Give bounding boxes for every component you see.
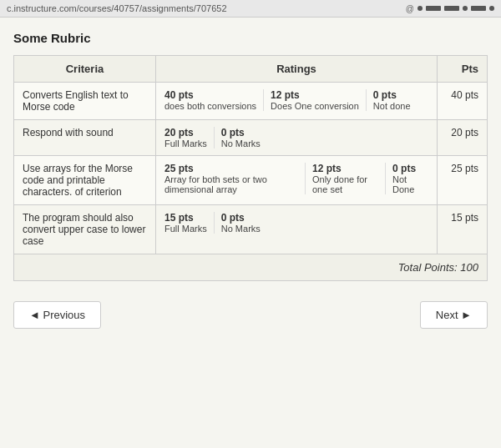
- page-content: Some Rubric Criteria Ratings Pts Convert…: [0, 18, 501, 426]
- criteria-cell: Use arrays for the Morse code and printa…: [14, 156, 156, 205]
- rating-block: 0 ptsNot done: [373, 89, 418, 111]
- rating-desc: Full Marks: [164, 138, 207, 148]
- address-bar: c.instructure.com/courses/40757/assignme…: [0, 0, 501, 18]
- rating-pts: 40 pts: [164, 89, 256, 101]
- rating-pts: 0 pts: [221, 212, 261, 224]
- ratings-cell: 20 ptsFull Marks0 ptsNo Marks: [156, 120, 438, 156]
- previous-button[interactable]: ◄ Previous: [13, 301, 101, 329]
- col-header-criteria: Criteria: [14, 56, 156, 83]
- pts-cell: 20 pts: [438, 120, 488, 156]
- rating-desc: Not Done: [392, 174, 422, 194]
- total-points: Total Points: 100: [14, 254, 488, 281]
- table-row: The program should also convert upper ca…: [14, 205, 488, 254]
- criteria-cell: The program should also convert upper ca…: [14, 205, 156, 254]
- rating-pts: 12 pts: [271, 89, 359, 101]
- col-header-ratings: Ratings: [156, 56, 438, 83]
- rating-desc: No Marks: [221, 224, 261, 234]
- rating-block: 0 ptsNo Marks: [221, 212, 267, 234]
- at-symbol: @: [406, 4, 414, 13]
- dot-icon: [418, 6, 423, 11]
- rating-block: 0 ptsNot Done: [392, 163, 428, 194]
- dot-icon-3: [489, 6, 494, 11]
- rect-icon-1: [426, 6, 441, 11]
- next-button[interactable]: Next ►: [420, 301, 488, 329]
- table-row: Converts English text to Morse code40 pt…: [14, 83, 488, 120]
- rating-pts: 15 pts: [164, 212, 207, 224]
- ratings-cell: 15 ptsFull Marks0 ptsNo Marks: [156, 205, 438, 254]
- table-row: Respond with sound20 ptsFull Marks0 ptsN…: [14, 120, 488, 156]
- rect-icon-2: [444, 6, 459, 11]
- rating-desc: Array for both sets or two dimensional a…: [164, 174, 298, 194]
- pts-cell: 25 pts: [438, 156, 488, 205]
- rect-icon-3: [471, 6, 486, 11]
- rating-block: 15 ptsFull Marks: [164, 212, 215, 234]
- rubric-table: Criteria Ratings Pts Converts English te…: [13, 55, 488, 281]
- rating-desc: Only done for one set: [312, 174, 378, 194]
- rating-block: 12 ptsOnly done for one set: [312, 163, 386, 194]
- criteria-cell: Respond with sound: [14, 120, 156, 156]
- col-header-pts: Pts: [438, 56, 488, 83]
- rating-block: 40 ptsdoes both conversions: [164, 89, 264, 111]
- pts-cell: 15 pts: [438, 205, 488, 254]
- nav-footer: ◄ Previous Next ►: [13, 294, 488, 335]
- rating-block: 0 ptsNo Marks: [221, 127, 267, 148]
- rubric-title: Some Rubric: [13, 31, 488, 45]
- pts-cell: 40 pts: [438, 83, 488, 120]
- rating-pts: 12 pts: [312, 163, 378, 174]
- rating-pts: 0 pts: [221, 127, 261, 138]
- rating-block: 12 ptsDoes One conversion: [271, 89, 367, 111]
- table-row: Use arrays for the Morse code and printa…: [14, 156, 488, 205]
- rating-block: 20 ptsFull Marks: [164, 127, 215, 148]
- total-row: Total Points: 100: [14, 254, 488, 281]
- toolbar-right: @: [406, 4, 494, 13]
- rating-desc: Not done: [373, 101, 411, 111]
- criteria-cell: Converts English text to Morse code: [14, 83, 156, 120]
- rating-desc: Does One conversion: [271, 101, 359, 111]
- rating-desc: does both conversions: [164, 101, 256, 111]
- ratings-cell: 40 ptsdoes both conversions12 ptsDoes On…: [156, 83, 438, 120]
- rating-pts: 0 pts: [373, 89, 411, 101]
- ratings-cell: 25 ptsArray for both sets or two dimensi…: [156, 156, 438, 205]
- rating-desc: No Marks: [221, 138, 261, 148]
- url-text: c.instructure.com/courses/40757/assignme…: [7, 3, 227, 13]
- rating-desc: Full Marks: [164, 224, 207, 234]
- rating-block: 25 ptsArray for both sets or two dimensi…: [164, 163, 306, 194]
- dot-icon-2: [463, 6, 468, 11]
- table-header-row: Criteria Ratings Pts: [14, 56, 488, 83]
- rating-pts: 25 pts: [164, 163, 298, 174]
- rating-pts: 0 pts: [392, 163, 422, 174]
- rating-pts: 20 pts: [164, 127, 207, 138]
